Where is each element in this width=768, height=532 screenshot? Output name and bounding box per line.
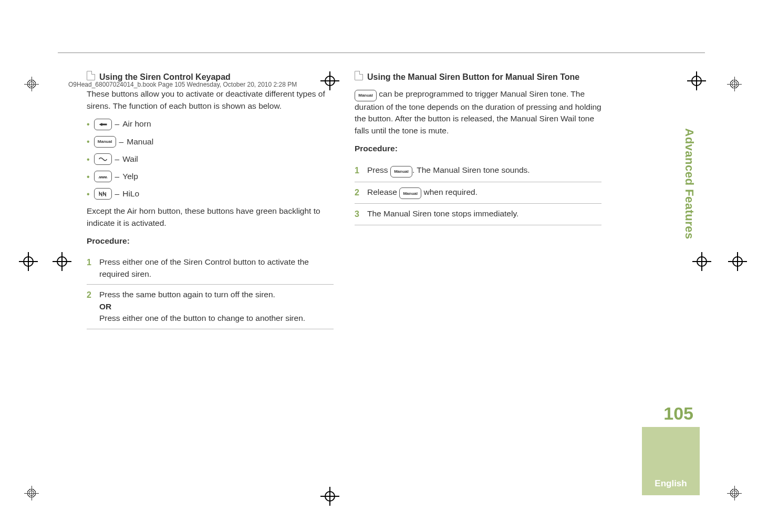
right-heading: Using the Manual Siren Button for Manual… [355,71,601,83]
step-item: 2 Press the same button again to turn of… [87,285,334,329]
button-label: Yelp [122,171,138,182]
side-block: 105 English [642,427,700,495]
registration-mark-icon [24,486,39,500]
list-item: • Manual – Manual [87,135,334,148]
step-text-a: Press the same button again to turn off … [99,290,275,299]
dash: – [115,171,120,182]
right-heading-text: Using the Manual Siren Button for Manual… [367,72,579,81]
section-label-container: Advanced Features [679,74,700,294]
bullet-icon: • [87,135,90,148]
procedure-label: Procedure: [355,143,601,154]
manual-key-icon: Manual [94,136,116,148]
manual-key-icon: Manual [355,90,377,101]
manual-key-icon: Manual [399,187,421,199]
step-text-a: Press [367,165,390,174]
step-text-b: when required. [421,187,478,196]
step-item: 3 The Manual Siren tone stops immediatel… [355,204,601,225]
left-note: Except the Air horn button, these button… [87,205,334,229]
step-text-b: Press either one of the button to change… [99,314,305,322]
page-icon [87,71,95,80]
yelp-key-icon [94,171,112,182]
list-item: • – Wail [87,153,334,165]
button-label: Air horn [122,118,151,130]
manual-key-icon: Manual [390,166,412,178]
or-label: OR [99,301,334,312]
button-label: Wail [122,153,138,165]
step-number: 3 [355,208,362,220]
step-text-a: Release [367,187,399,196]
left-steps: 1 Press either one of the Siren Control … [87,252,334,329]
step-text: The Manual Siren tone stops immediately. [367,208,601,220]
bullet-icon: • [87,153,90,165]
bullet-icon: • [87,171,90,183]
siren-button-list: • – Air horn • Manual – Manual • – Wail [87,118,334,200]
step-text: Press Manual. The Manual Siren tone soun… [367,164,601,178]
list-item: • – Yelp [87,171,334,183]
left-heading: Using the Siren Control Keyapad [87,71,334,83]
step-text: Press either one of the Siren Control bu… [99,256,334,280]
page-number: 105 [663,403,693,424]
left-column: Using the Siren Control Keyapad These bu… [87,71,334,329]
step-number: 2 [87,289,94,301]
right-intro: Manual can be preprogrammed to trigger M… [355,88,601,137]
registration-mark-icon [727,486,742,500]
crop-mark-icon [728,252,747,271]
step-item: 1 Press Manual. The Manual Siren tone so… [355,160,601,182]
step-number: 1 [355,164,362,176]
hilo-key-icon [94,188,112,200]
side-tab: Advanced Features [668,74,700,410]
bullet-icon: • [87,188,90,200]
step-number: 2 [355,186,362,199]
dash: – [119,136,124,148]
right-intro-text: can be preprogrammed to trigger Manual S… [355,89,601,135]
page-icon [355,71,363,80]
list-item: • – Air horn [87,118,334,130]
left-intro: These buttons allow you to activate or d… [87,88,334,112]
right-steps: 1 Press Manual. The Manual Siren tone so… [355,160,601,225]
bullet-icon: • [87,118,90,130]
button-label: Manual [127,136,153,148]
dash: – [115,153,120,165]
list-item: • – HiLo [87,188,334,200]
dash: – [115,188,120,200]
button-label: HiLo [122,188,139,200]
airhorn-key-icon [94,119,112,130]
step-item: 2 Release Manual when required. [355,182,601,204]
section-label: Advanced Features [682,128,696,239]
step-text: Press the same button again to turn off … [99,289,334,324]
dash: – [115,118,120,130]
right-column: Using the Manual Siren Button for Manual… [355,71,601,329]
step-number: 1 [87,256,94,268]
registration-mark-icon [24,77,39,91]
step-text-b: . The Manual Siren tone sounds. [412,165,530,174]
registration-mark-icon [727,77,742,91]
page-content: Using the Siren Control Keyapad These bu… [87,71,601,329]
procedure-label: Procedure: [87,235,334,247]
step-item: 1 Press either one of the Siren Control … [87,252,334,285]
crop-mark-icon [19,252,38,271]
step-text: Release Manual when required. [367,186,601,200]
left-heading-text: Using the Siren Control Keyapad [99,72,231,81]
language-label: English [655,478,687,489]
wail-key-icon [94,153,112,165]
